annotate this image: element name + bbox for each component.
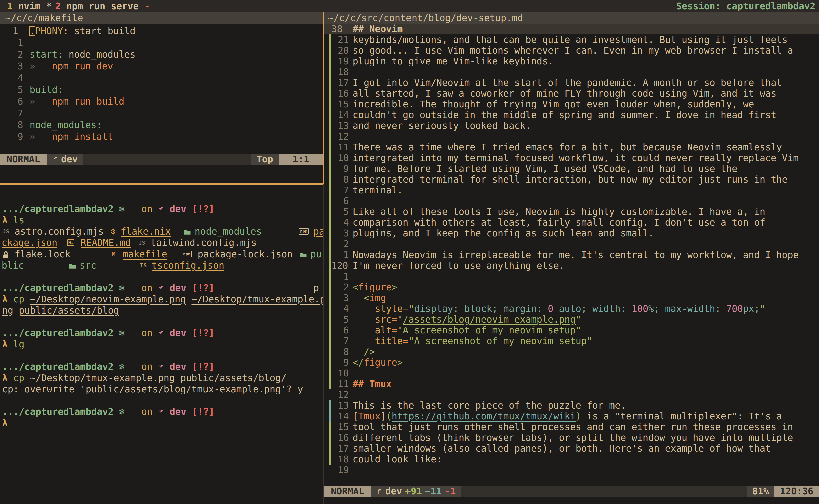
editor-row[interactable]: 6	[324, 196, 819, 206]
text-segment	[125, 361, 141, 372]
git-sign-column	[324, 228, 331, 239]
editor-row[interactable]: 8intergrated terminal for shell interact…	[324, 174, 819, 185]
editor-row[interactable]: 15tool that just runs other shell proces…	[324, 422, 819, 432]
editor-row[interactable]: 14[Tmux](https://github.com/tmux/tmux/wi…	[324, 411, 819, 422]
editor-row[interactable]: 10	[324, 368, 819, 379]
editor-row[interactable]: 9</figure>	[324, 357, 819, 368]
terminal-row[interactable]: λ ls	[0, 215, 323, 226]
terminal-row[interactable]: λ	[0, 417, 323, 429]
editor-row[interactable]: 10intergrated into my terminal focused w…	[324, 153, 819, 163]
editor-row[interactable]: 12	[324, 389, 819, 400]
git-sign-column	[324, 443, 331, 454]
line-number-relative: 16	[331, 89, 349, 98]
git-sign-column	[324, 196, 331, 206]
text-segment: 700	[726, 303, 743, 314]
editor-row[interactable]: 18could look like:	[324, 454, 819, 465]
editor-row[interactable]: 19	[324, 465, 819, 475]
editor-row[interactable]: 6» npm run build	[0, 96, 323, 107]
terminal-row[interactable]: .../capturedlambdav2 ❄ on dev [!?]p	[0, 282, 323, 294]
terminal-row[interactable]	[0, 395, 323, 406]
editor-row[interactable]: 1.PHONY: start build	[0, 25, 323, 37]
line-number-relative: 19	[331, 57, 349, 66]
editor-row[interactable]: 9for me. Before I started using Vim, I u…	[324, 163, 819, 174]
terminal-row[interactable]: λ lg	[0, 339, 323, 350]
terminal-row[interactable]: JSastro.config.mjs❄flake.nixnode_modules…	[0, 226, 323, 237]
text-segment: =	[392, 314, 397, 325]
editor-row[interactable]: 3plugins, and I keep the config as such …	[324, 228, 819, 239]
editor-row[interactable]: 5build:	[0, 84, 323, 96]
editor-row[interactable]: 6 alt="A screenshot of my neovim setup"	[324, 325, 819, 336]
terminal-row[interactable]: λ cp ~/Desktop/neovim-example.png ~/Desk…	[0, 294, 323, 305]
editor-row[interactable]: 17I got into Vim/Neovim at the start of …	[324, 77, 819, 88]
editor-row[interactable]: 14couldn't go outside in the middle of s…	[324, 110, 819, 120]
pane-nvim-makefile[interactable]: ~/c/c/makefile 1.PHONY: start build12sta…	[0, 12, 323, 185]
terminal-row[interactable]: ng public/assets/blog	[0, 305, 323, 316]
tmux-window-1-tab[interactable]: 1 nvim *	[7, 2, 52, 11]
editor-row[interactable]: 9» npm install	[0, 131, 323, 143]
terminal-row[interactable]: .../capturedlambdav2 ❄ on dev [!?]	[0, 203, 323, 215]
terminal-row-text: λ cp ~/Desktop/neovim-example.png ~/Desk…	[0, 294, 323, 305]
editor-row[interactable]: 18	[324, 67, 819, 77]
editor-row[interactable]: 20so good... I use Vim motions wherever …	[324, 45, 819, 56]
editor-row[interactable]: 4	[0, 72, 323, 84]
editor-row[interactable]: 7	[0, 107, 323, 119]
editor-row[interactable]: 1	[324, 271, 819, 282]
editor-row[interactable]: 2start: node_modules	[0, 49, 323, 60]
pane-nvim-devsetup[interactable]: ~/c/c/src/content/blog/dev-setup.md 38##…	[324, 12, 819, 504]
editor-row[interactable]: 8node_modules:	[0, 119, 323, 131]
editor-row[interactable]: 19plugin to give me Vim-like keybinds.	[324, 56, 819, 67]
editor-row[interactable]: 7 title="A screenshot of my neovim setup…	[324, 336, 819, 346]
text-segment: JS	[3, 226, 9, 237]
editor-row[interactable]: 1Nowadays Neovim is irreplaceable for me…	[324, 249, 819, 260]
editor-row[interactable]: 2<figure>	[324, 282, 819, 293]
editor-row[interactable]: 13This is the last core piece of the puz…	[324, 400, 819, 411]
terminal-row[interactable]: ckage.jsonM↓README.mdJStailwind.config.m…	[0, 237, 323, 248]
editor-row[interactable]: 11There was a time where I tried emacs f…	[324, 142, 819, 153]
terminal-row[interactable]: cp: overwrite 'public/assets/blog/tmux-e…	[0, 384, 323, 395]
terminal-row[interactable]	[0, 350, 323, 361]
editor-row[interactable]: 4comparison with others at least, fairly…	[324, 217, 819, 228]
editor-row[interactable]: 3» npm run dev	[0, 60, 323, 72]
editor-row[interactable]: 13and never seriously looked back.	[324, 120, 819, 131]
devsetup-path: ~/c/c/src/content/blog/dev-setup.md	[328, 13, 523, 23]
text-segment: M	[112, 248, 115, 260]
editor-row[interactable]: 7terminal.	[324, 185, 819, 196]
git-sign-column	[324, 260, 331, 271]
editor-row[interactable]: 3 <img	[324, 293, 819, 303]
editor-row[interactable]: 16different tabs (think browser tabs), o…	[324, 432, 819, 443]
terminal-row[interactable]: .../capturedlambdav2 ❄ on dev [!?]	[0, 327, 323, 339]
tmux-status-bar: 1 nvim * 2 npm run serve - Session: capt…	[0, 0, 819, 12]
editor-row[interactable]: 8 />	[324, 346, 819, 357]
editor-row[interactable]: 16all started, I saw a coworker of mine …	[324, 88, 819, 99]
terminal-row[interactable]: λ cp ~/Desktop/tmux-example.png public/a…	[0, 372, 323, 384]
terminal-row[interactable]: flake.lockMmakefilenpmpackage-lock.jsonp…	[0, 248, 323, 260]
editor-row[interactable]: 21keybinds/motions, and that can be quit…	[324, 34, 819, 45]
pane-shell-terminal[interactable]: .../capturedlambdav2 ❄ on dev [!?]λ lsJS…	[0, 185, 323, 504]
terminal-row[interactable]: blicsrcTStsconfig.json	[0, 260, 323, 271]
editor-row[interactable]: 11## Tmux	[324, 379, 819, 389]
terminal-row[interactable]	[0, 192, 323, 203]
text-segment	[186, 406, 192, 417]
editor-row[interactable]: 5 src="/assets/blog/neovim-example.png"	[324, 314, 819, 325]
terminal-row[interactable]	[0, 271, 323, 282]
editor-row[interactable]: 2	[324, 239, 819, 249]
text-segment: ❄	[119, 361, 125, 372]
git-sign-column	[324, 368, 331, 379]
editor-line-text: I'm never forced to use anything else.	[349, 261, 819, 270]
terminal-row[interactable]: .../capturedlambdav2 ❄ on dev [!?]	[0, 406, 323, 417]
editor-row[interactable]: 4 style="display: block; margin: 0 auto;…	[324, 303, 819, 314]
editor-row[interactable]: 1	[0, 37, 323, 49]
terminal-row[interactable]: .../capturedlambdav2 ❄ on dev [!?]	[0, 361, 323, 372]
git-sign-column	[324, 174, 331, 185]
context-header-row[interactable]: 38## Neovim	[324, 24, 819, 34]
tmux-window-2-tab[interactable]: 2 npm run serve -	[55, 2, 150, 11]
editor-row[interactable]: 120I'm never forced to use anything else…	[324, 260, 819, 271]
editor-row[interactable]: 15incredible. The thought of trying Vim …	[324, 99, 819, 110]
line-number-relative: 17	[331, 444, 349, 453]
editor-row[interactable]: 17smaller windows (also called panes), o…	[324, 443, 819, 454]
editor-row[interactable]: 5Like all of these tools I use, Neovim i…	[324, 206, 819, 217]
editor-row[interactable]: 12	[324, 131, 819, 142]
text-segment: smaller windows (also called panes), or …	[353, 443, 771, 454]
terminal-row[interactable]	[0, 316, 323, 327]
text-segment	[353, 325, 375, 336]
